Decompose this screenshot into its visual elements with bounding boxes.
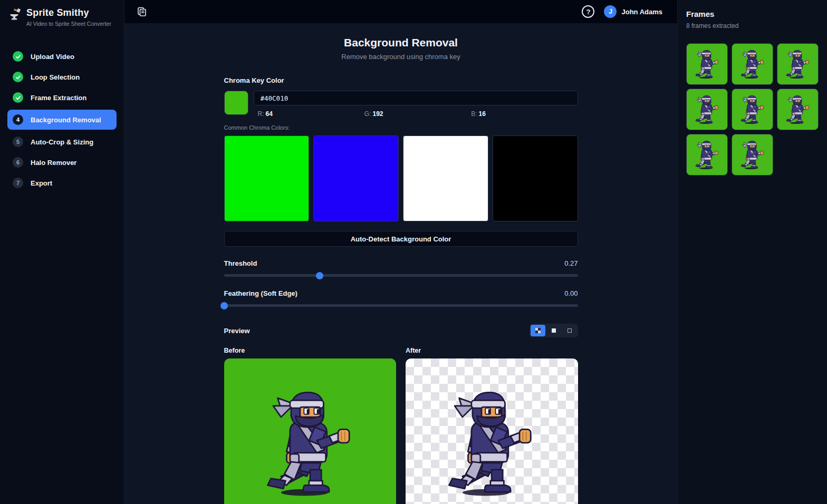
preview-mode-solid-button[interactable] (546, 325, 561, 336)
user-name: John Adams (621, 8, 662, 16)
rgb-readout: R:64 G:192 B:16 (254, 110, 578, 118)
before-image (224, 358, 397, 504)
check-icon (13, 72, 23, 82)
ninja-sprite (783, 94, 813, 125)
threshold-slider[interactable] (224, 274, 578, 277)
rgb-blue: B:16 (471, 110, 578, 118)
topbar: ? J John Adams (124, 0, 677, 23)
chroma-preset-blue[interactable] (313, 135, 399, 221)
frame-thumbnail-8[interactable] (732, 134, 773, 176)
sidebar-item-upload-video[interactable]: Upload Video (7, 48, 117, 65)
rgb-red: R:64 (258, 110, 364, 118)
sidebar-item-label: Export (31, 179, 52, 187)
hex-color-input[interactable] (254, 91, 578, 105)
sidebar-item-auto-crop-sizing[interactable]: 5 Auto-Crop & Sizing (7, 133, 117, 150)
anvil-hammer-icon (8, 8, 22, 21)
outline-square-icon (568, 328, 572, 333)
ninja-sprite (737, 94, 768, 125)
chroma-preset-black[interactable] (493, 135, 578, 221)
question-mark-icon: ? (586, 8, 590, 16)
threshold-value: 0.27 (564, 259, 578, 267)
step-number-badge: 4 (13, 114, 23, 125)
chroma-presets (224, 135, 578, 221)
threshold-control: Threshold 0.27 (224, 259, 578, 277)
threshold-slider-thumb[interactable] (316, 272, 323, 279)
preview-mode-switcher (530, 324, 578, 337)
sidebar-item-label: Background Removal (31, 116, 101, 124)
check-icon (13, 51, 23, 62)
chroma-preset-green[interactable] (224, 135, 310, 221)
auto-detect-button[interactable]: Auto-Detect Background Color (224, 231, 578, 247)
common-chroma-label: Common Chroma Colors: (224, 124, 578, 131)
frame-thumbnail-3[interactable] (777, 43, 819, 85)
sidebar-item-halo-remover[interactable]: 6 Halo Remover (7, 154, 117, 171)
sidebar-item-loop-selection[interactable]: Loop Selection (7, 69, 117, 85)
ninja-sprite (254, 388, 366, 500)
preview-mode-checker-button[interactable] (531, 325, 545, 336)
rgb-green: G:192 (364, 110, 471, 118)
ninja-sprite (783, 49, 813, 80)
frames-title: Frames (686, 9, 819, 18)
app-title: Sprite Smithy (26, 7, 111, 18)
chroma-key-label: Chroma Key Color (224, 76, 578, 84)
frames-subtitle: 8 frames extracted (686, 22, 819, 30)
checker-grid-icon (535, 328, 541, 333)
sidebar-item-export[interactable]: 7 Export (7, 175, 117, 191)
frames-panel: Frames 8 frames extracted (677, 0, 827, 504)
frame-thumbnail-6[interactable] (777, 89, 819, 130)
feathering-slider[interactable] (224, 304, 578, 307)
frame-thumbnail-2[interactable] (732, 43, 773, 85)
sidebar: Sprite Smithy AI Video to Sprite Sheet C… (0, 0, 124, 504)
page-title: Background Removal (124, 36, 677, 49)
avatar[interactable]: J (604, 5, 617, 18)
frame-thumbnail-1[interactable] (686, 43, 728, 85)
sidebar-item-label: Frame Extraction (31, 94, 86, 102)
preview-header: Preview (224, 324, 578, 337)
ninja-sprite (737, 49, 768, 80)
after-label: After (406, 347, 578, 354)
sidebar-item-label: Halo Remover (31, 159, 76, 167)
check-icon (13, 92, 23, 103)
threshold-label: Threshold (224, 259, 257, 267)
sidebar-item-frame-extraction[interactable]: Frame Extraction (7, 89, 117, 106)
sidebar-item-label: Auto-Crop & Sizing (31, 138, 93, 146)
sidebar-item-background-removal[interactable]: 4 Background Removal (7, 110, 117, 130)
ninja-sprite (436, 388, 547, 500)
app-tagline: AI Video to Sprite Sheet Converter (26, 21, 111, 27)
help-button[interactable]: ? (582, 5, 594, 18)
chroma-preset-white[interactable] (403, 135, 488, 221)
ninja-sprite (692, 140, 723, 170)
ninja-sprite (692, 49, 723, 80)
feathering-label: Feathering (Soft Edge) (224, 289, 297, 297)
chroma-picker: R:64 G:192 B:16 (224, 91, 578, 118)
frame-grid (686, 43, 819, 176)
after-image (406, 358, 578, 504)
current-color-swatch[interactable] (224, 91, 248, 115)
center-column: ? J John Adams Background Removal Remove… (124, 0, 677, 504)
before-label: Before (224, 347, 397, 354)
ninja-sprite (692, 94, 723, 125)
step-number-badge: 7 (13, 178, 23, 188)
feathering-control: Feathering (Soft Edge) 0.00 (224, 289, 578, 307)
preview-mode-outline-button[interactable] (562, 325, 577, 336)
app-root: Sprite Smithy AI Video to Sprite Sheet C… (0, 0, 827, 504)
filled-square-icon (552, 328, 556, 333)
step-number-badge: 5 (13, 137, 23, 147)
sidebar-item-label: Loop Selection (31, 73, 80, 81)
frame-thumbnail-4[interactable] (686, 89, 728, 130)
ninja-sprite (737, 140, 768, 170)
preview-label: Preview (224, 327, 250, 335)
feathering-value: 0.00 (564, 289, 578, 297)
logo: Sprite Smithy AI Video to Sprite Sheet C… (0, 7, 124, 27)
feathering-slider-thumb[interactable] (220, 302, 228, 309)
step-nav: Upload Video Loop Selection Frame Extrac… (0, 48, 124, 191)
sidebar-item-label: Upload Video (31, 53, 74, 61)
frame-thumbnail-5[interactable] (732, 89, 773, 130)
step-number-badge: 6 (13, 157, 23, 168)
page-subtitle: Remove background using chroma key (124, 53, 677, 61)
before-after-grid: Before After (224, 347, 578, 504)
frame-thumbnail-7[interactable] (686, 134, 728, 176)
main-content: Background Removal Remove background usi… (124, 23, 677, 504)
sprite-sheet-icon[interactable] (137, 7, 147, 17)
